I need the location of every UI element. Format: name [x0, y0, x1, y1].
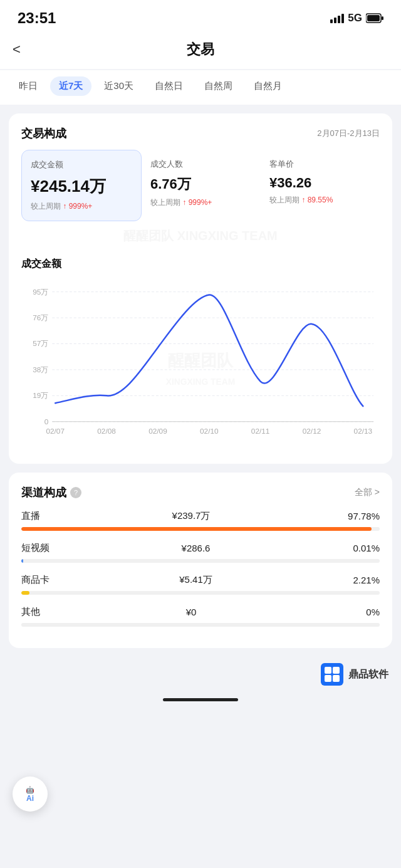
- channel-live-amount: ¥239.7万: [172, 510, 211, 522]
- watermark: 醒醒团队 XINGXING TEAM: [123, 227, 278, 244]
- svg-rect-6: [367, 15, 380, 21]
- channel-video-name: 短视频: [21, 542, 49, 554]
- home-indicator: [0, 692, 401, 711]
- date-range: 2月07日-2月13日: [317, 128, 380, 139]
- svg-rect-1: [334, 18, 336, 23]
- channel-card-pct: 2.21%: [342, 575, 380, 585]
- metric-amount-label: 成交金额: [31, 159, 132, 170]
- tab-natural-month[interactable]: 自然月: [245, 76, 291, 96]
- channel-live-name: 直播: [21, 510, 40, 522]
- home-indicator-bar: [163, 698, 238, 701]
- channel-item-card: 商品卡 ¥5.41万 2.21%: [21, 574, 380, 595]
- channel-other-name: 其他: [21, 606, 40, 618]
- svg-rect-3: [341, 14, 344, 23]
- channel-other-pct: 0%: [342, 607, 380, 617]
- help-icon[interactable]: ?: [70, 487, 81, 498]
- transaction-composition-card: 交易构成 2月07日-2月13日 成交金额 ¥245.14万 较上周期 ↑ 99…: [9, 113, 392, 464]
- svg-text:38万: 38万: [33, 365, 48, 374]
- back-button[interactable]: <: [13, 41, 21, 58]
- channel-other-row: 其他 ¥0 0%: [21, 606, 380, 618]
- metric-amount-value: ¥245.14万: [31, 175, 132, 197]
- metric-buyers-value: 6.76万: [150, 175, 252, 194]
- card-header: 交易构成 2月07日-2月13日: [21, 126, 380, 141]
- channel-title: 渠道构成: [21, 485, 66, 500]
- channel-card-row: 商品卡 ¥5.41万 2.21%: [21, 574, 380, 586]
- svg-rect-31: [333, 667, 340, 674]
- channel-card-bar-fill: [21, 591, 29, 595]
- channel-card-name: 商品卡: [21, 574, 49, 586]
- svg-rect-0: [330, 19, 333, 23]
- svg-rect-2: [338, 16, 340, 23]
- metric-amount-change: 较上周期 ↑ 999%+: [31, 201, 132, 212]
- channel-header: 渠道构成 ? 全部 >: [21, 485, 380, 500]
- svg-rect-33: [333, 675, 340, 682]
- metrics-row: 成交金额 ¥245.14万 较上周期 ↑ 999%+ 成交人数 6.76万 较上…: [21, 150, 380, 221]
- page-title: 交易: [187, 40, 214, 59]
- channel-video-bar-bg: [21, 559, 380, 563]
- svg-text:02/12: 02/12: [303, 427, 321, 436]
- battery-icon: [366, 13, 383, 23]
- metric-amount[interactable]: 成交金额 ¥245.14万 较上周期 ↑ 999%+: [21, 150, 142, 221]
- chart-section: 成交金额 95万 76万 57万 38万 19万 0 02/0: [21, 258, 380, 454]
- svg-text:02/10: 02/10: [200, 427, 219, 436]
- channel-card-bar-bg: [21, 591, 380, 595]
- channel-live-bar-fill: [21, 527, 372, 531]
- line-chart: 95万 76万 57万 38万 19万 0 02/07 02/08 02/09 …: [21, 278, 380, 454]
- bottom-brand: 鼎品软件: [0, 657, 401, 692]
- tab-natural-day[interactable]: 自然日: [146, 76, 192, 96]
- channel-item-live: 直播 ¥239.7万 97.78%: [21, 510, 380, 531]
- status-bar: 23:51 5G: [0, 0, 401, 33]
- svg-rect-30: [325, 667, 331, 674]
- svg-text:醒醒团队: 醒醒团队: [168, 352, 234, 369]
- brand-name: 鼎品软件: [348, 668, 388, 681]
- channel-video-row: 短视频 ¥286.6 0.01%: [21, 542, 380, 554]
- channel-video-pct: 0.01%: [342, 543, 380, 553]
- svg-rect-5: [382, 16, 383, 20]
- channel-other-amount: ¥0: [186, 607, 197, 617]
- svg-rect-29: [321, 663, 343, 686]
- metric-buyers-change: 较上周期 ↑ 999%+: [150, 197, 252, 208]
- svg-text:XINGXING TEAM: XINGXING TEAM: [166, 377, 235, 387]
- channel-composition-card: 渠道构成 ? 全部 > 直播 ¥239.7万 97.78% 短视频 ¥286.6…: [9, 473, 392, 648]
- channel-other-bar-bg: [21, 623, 380, 627]
- svg-text:0: 0: [44, 417, 49, 426]
- ai-button-label: Ai: [26, 794, 34, 803]
- chart-title: 成交金额: [21, 258, 380, 271]
- channel-video-bar-fill: [21, 559, 23, 563]
- svg-text:76万: 76万: [33, 313, 48, 322]
- signal-icon: [330, 13, 344, 23]
- status-time: 23:51: [18, 9, 56, 27]
- channel-card-amount: ¥5.41万: [179, 574, 212, 586]
- channel-item-video: 短视频 ¥286.6 0.01%: [21, 542, 380, 563]
- metric-avg-price[interactable]: 客单价 ¥36.26 较上周期 ↑ 89.55%: [261, 150, 380, 221]
- channel-live-pct: 97.78%: [342, 511, 380, 521]
- svg-text:19万: 19万: [33, 391, 48, 400]
- metric-avg-change: 较上周期 ↑ 89.55%: [269, 195, 371, 206]
- svg-text:57万: 57万: [33, 339, 48, 348]
- network-label: 5G: [348, 12, 362, 24]
- chart-container: 95万 76万 57万 38万 19万 0 02/07 02/08 02/09 …: [21, 278, 380, 454]
- channel-live-bar-bg: [21, 527, 380, 531]
- brand-logo-icon: [321, 663, 343, 686]
- svg-text:02/08: 02/08: [97, 427, 116, 436]
- metric-avg-label: 客单价: [269, 159, 371, 170]
- svg-text:02/11: 02/11: [251, 427, 270, 436]
- channel-title-wrap: 渠道构成 ?: [21, 485, 81, 500]
- channel-live-row: 直播 ¥239.7万 97.78%: [21, 510, 380, 522]
- svg-text:02/09: 02/09: [148, 427, 167, 436]
- tab-30days[interactable]: 近30天: [95, 76, 142, 96]
- metric-buyers[interactable]: 成交人数 6.76万 较上周期 ↑ 999%+: [142, 150, 261, 221]
- svg-text:95万: 95万: [33, 288, 48, 296]
- tab-bar: 昨日 近7天 近30天 自然日 自然周 自然月: [0, 70, 401, 105]
- composition-title: 交易构成: [21, 126, 66, 141]
- tab-yesterday[interactable]: 昨日: [10, 76, 46, 96]
- channel-video-amount: ¥286.6: [182, 543, 211, 553]
- metric-avg-value: ¥36.26: [269, 175, 371, 191]
- view-all-button[interactable]: 全部 >: [355, 487, 380, 498]
- ai-float-button[interactable]: 🤖 Ai: [13, 776, 48, 812]
- tab-natural-week[interactable]: 自然周: [195, 76, 241, 96]
- header: < 交易: [0, 33, 401, 69]
- tab-7days[interactable]: 近7天: [50, 76, 91, 96]
- svg-text:02/07: 02/07: [46, 427, 65, 436]
- svg-text:02/13: 02/13: [354, 427, 373, 436]
